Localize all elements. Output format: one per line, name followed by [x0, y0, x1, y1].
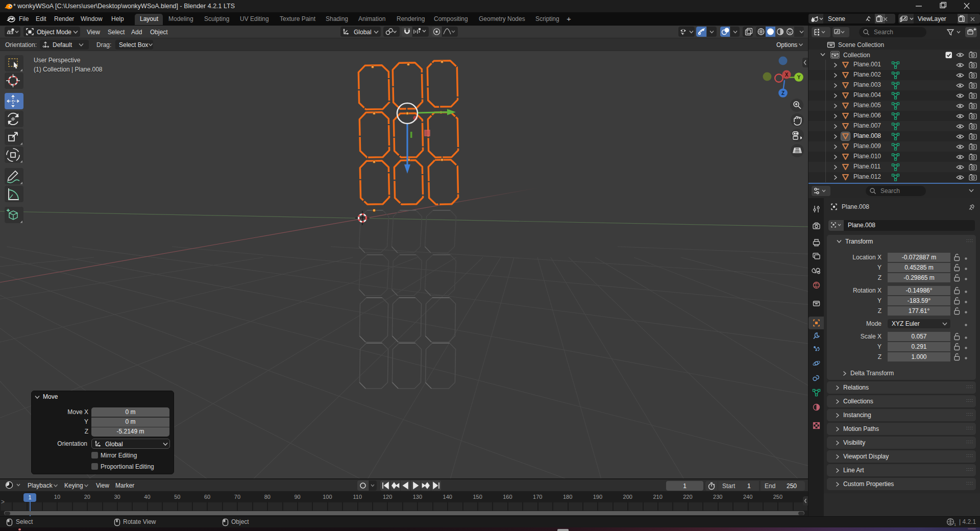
svg-text:X: X: [785, 72, 789, 78]
svg-text:1: 1: [954, 522, 956, 526]
svg-text:Y: Y: [797, 75, 801, 80]
svg-text:Z: Z: [781, 90, 785, 96]
